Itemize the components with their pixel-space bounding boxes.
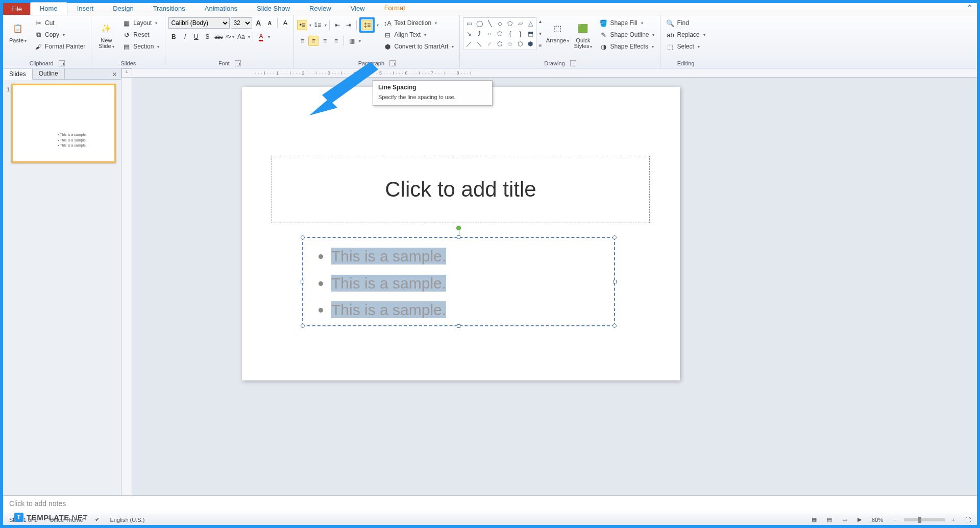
ruler-corner[interactable]: L bbox=[121, 68, 132, 78]
zoom-in-button[interactable]: + bbox=[949, 517, 958, 523]
align-text-icon: ⊟ bbox=[383, 31, 391, 39]
layout-button[interactable]: ▦Layout▾ bbox=[120, 17, 162, 29]
replace-label: Replace bbox=[677, 31, 699, 38]
bullets-button[interactable]: •≡ bbox=[297, 20, 307, 30]
content-bullets[interactable]: This is a sample. This is a sample. This… bbox=[303, 238, 614, 329]
view-reading-button[interactable]: ▭ bbox=[839, 516, 850, 523]
notes-pane[interactable]: Click to add notes bbox=[3, 495, 977, 514]
char-spacing-button[interactable]: AV▾ bbox=[225, 32, 235, 42]
grow-font-button[interactable]: A bbox=[253, 18, 263, 28]
panel-close-icon[interactable]: × bbox=[108, 68, 121, 79]
shape-effects-button[interactable]: ◑Shape Effects▾ bbox=[597, 41, 657, 52]
increase-indent-button[interactable]: ⇥ bbox=[344, 20, 354, 30]
title-placeholder[interactable]: Click to add title bbox=[272, 156, 650, 223]
status-language[interactable]: English (U.S.) bbox=[107, 517, 148, 523]
justify-button[interactable]: ≡ bbox=[331, 36, 341, 46]
drawing-dialog-launcher[interactable] bbox=[570, 60, 576, 66]
thumb-number: 1 bbox=[7, 86, 10, 92]
align-center-button[interactable]: ≡ bbox=[308, 36, 318, 46]
resize-handle-se[interactable] bbox=[612, 324, 617, 328]
align-right-button[interactable]: ≡ bbox=[320, 36, 330, 46]
tab-animations[interactable]: Animations bbox=[195, 2, 247, 15]
tab-home[interactable]: Home bbox=[30, 2, 67, 15]
view-slideshow-button[interactable]: ▶ bbox=[854, 516, 865, 523]
reset-button[interactable]: ↺Reset bbox=[120, 29, 162, 40]
align-left-button[interactable]: ≡ bbox=[297, 36, 307, 46]
change-case-button[interactable]: Aa bbox=[236, 32, 246, 42]
select-label: Select bbox=[677, 43, 694, 50]
shrink-font-button[interactable]: A bbox=[264, 18, 275, 28]
clipboard-dialog-launcher[interactable] bbox=[59, 60, 65, 66]
resize-handle-e[interactable] bbox=[613, 280, 617, 283]
convert-smartart-button[interactable]: ⬢Convert to SmartArt▾ bbox=[381, 41, 456, 52]
line-spacing-button[interactable]: ‡≡ bbox=[362, 20, 372, 30]
tab-insert[interactable]: Insert bbox=[67, 2, 104, 15]
new-slide-button[interactable]: ✨ New Slide▾ bbox=[94, 17, 118, 51]
paste-button[interactable]: 📋 Paste▾ bbox=[6, 17, 30, 45]
resize-handle-w[interactable] bbox=[301, 280, 304, 283]
font-color-button[interactable]: A bbox=[256, 32, 266, 42]
columns-button[interactable]: ▥ bbox=[347, 36, 357, 46]
vertical-ruler[interactable] bbox=[121, 78, 132, 495]
tab-design[interactable]: Design bbox=[103, 2, 143, 15]
zoom-level[interactable]: 80% bbox=[869, 517, 886, 523]
group-clipboard: 📋 Paste▾ ✂Cut ⧉Copy▾ 🖌Format Painter Cli… bbox=[3, 15, 91, 68]
slide-thumbnail-1[interactable]: 1 • This is a sample.• This is a sample.… bbox=[11, 84, 116, 163]
cut-button[interactable]: ✂Cut bbox=[32, 17, 88, 29]
font-dialog-launcher[interactable] bbox=[235, 60, 241, 66]
numbering-button[interactable]: 1≡ bbox=[312, 20, 323, 30]
clear-formatting-button[interactable]: A̶ bbox=[280, 18, 290, 28]
paragraph-dialog-launcher[interactable] bbox=[389, 60, 396, 66]
text-direction-button[interactable]: ↕AText Direction▾ bbox=[381, 17, 456, 29]
font-name-select[interactable]: Calibri (Body) bbox=[168, 17, 230, 29]
slide-editor[interactable]: L · · · I · · · 1 · · · I · · · 2 · · · … bbox=[121, 68, 977, 495]
status-spellcheck-icon[interactable]: ✔ bbox=[92, 516, 103, 523]
strikethrough-button[interactable]: abc bbox=[213, 32, 224, 42]
fit-to-window-button[interactable]: ⛶ bbox=[962, 517, 974, 523]
resize-handle-ne[interactable] bbox=[612, 235, 617, 239]
copy-button[interactable]: ⧉Copy▾ bbox=[32, 29, 88, 40]
slide-canvas[interactable] bbox=[242, 87, 680, 380]
section-button[interactable]: ▤Section▾ bbox=[120, 41, 162, 52]
rotation-handle[interactable] bbox=[456, 226, 461, 230]
text-direction-icon: ↕A bbox=[383, 19, 391, 27]
decrease-indent-button[interactable]: ⇤ bbox=[332, 20, 342, 30]
resize-handle-s[interactable] bbox=[457, 324, 460, 328]
panel-tab-slides[interactable]: Slides bbox=[3, 69, 33, 80]
resize-handle-n[interactable] bbox=[457, 235, 460, 239]
shapes-gallery-scroll[interactable]: ▴▾≡ bbox=[536, 17, 544, 50]
bold-button[interactable]: B bbox=[168, 32, 179, 42]
format-painter-button[interactable]: 🖌Format Painter bbox=[32, 41, 88, 52]
view-normal-button[interactable]: ▦ bbox=[808, 516, 820, 523]
resize-handle-nw[interactable] bbox=[301, 235, 305, 239]
select-button[interactable]: ⬚Select▾ bbox=[664, 41, 707, 52]
tab-file[interactable]: File bbox=[3, 3, 30, 15]
shape-fill-button[interactable]: 🪣Shape Fill▾ bbox=[597, 17, 657, 29]
horizontal-ruler[interactable]: · · · I · · · 1 · · · I · · · 2 · · · I … bbox=[132, 68, 977, 78]
tab-transitions[interactable]: Transitions bbox=[143, 2, 195, 15]
tab-format[interactable]: Format bbox=[375, 2, 415, 14]
shape-outline-button[interactable]: ✎Shape Outline▾ bbox=[597, 29, 657, 40]
panel-tab-outline[interactable]: Outline bbox=[33, 68, 65, 79]
shapes-gallery[interactable]: ▭◯╲◇⬠▱△ ↘⤴↔⬡{}⬒ ／＼⟋⬠☆⬡⬢ bbox=[463, 17, 536, 50]
shadow-button[interactable]: S bbox=[202, 32, 212, 42]
resize-handle-sw[interactable] bbox=[301, 324, 305, 328]
italic-button[interactable]: I bbox=[180, 32, 190, 42]
font-size-select[interactable]: 32 bbox=[231, 17, 252, 29]
find-button[interactable]: 🔍Find bbox=[664, 17, 707, 29]
ribbon: 📋 Paste▾ ✂Cut ⧉Copy▾ 🖌Format Painter Cli… bbox=[3, 15, 977, 68]
quick-styles-button[interactable]: 🟩 Quick Styles▾ bbox=[571, 17, 595, 51]
zoom-out-button[interactable]: − bbox=[890, 517, 899, 523]
tab-review[interactable]: Review bbox=[300, 2, 341, 15]
minimize-ribbon-icon[interactable]: ⌃ bbox=[962, 1, 977, 15]
content-placeholder-selected[interactable]: This is a sample. This is a sample. This… bbox=[302, 237, 615, 326]
tab-view[interactable]: View bbox=[341, 2, 375, 15]
arrange-button[interactable]: ⬚ Arrange▾ bbox=[546, 17, 569, 45]
underline-button[interactable]: U bbox=[191, 32, 201, 42]
tooltip-title: Line Spacing bbox=[378, 84, 487, 91]
tab-slideshow[interactable]: Slide Show bbox=[247, 2, 300, 15]
replace-button[interactable]: abReplace▾ bbox=[664, 29, 707, 40]
view-sorter-button[interactable]: ▤ bbox=[824, 516, 835, 523]
zoom-slider[interactable] bbox=[904, 518, 945, 521]
align-text-button[interactable]: ⊟Align Text▾ bbox=[381, 29, 456, 40]
